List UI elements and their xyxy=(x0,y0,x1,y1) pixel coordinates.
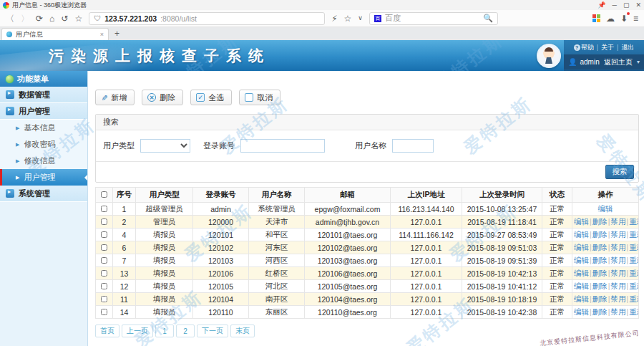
sidebar-item-3[interactable]: ▶修改密码 xyxy=(0,136,87,153)
page-button-4[interactable]: 下一页 xyxy=(197,325,228,337)
cell-name: 河北区 xyxy=(249,280,305,293)
op-link-1[interactable]: 删除 xyxy=(592,243,608,251)
submenu-arrow-icon: ▶ xyxy=(16,142,19,148)
sidebar-item-2[interactable]: ▶基本信息 xyxy=(0,120,87,136)
cell-num: 13 xyxy=(113,267,136,280)
op-link-0[interactable]: 编辑 xyxy=(574,256,589,264)
op-link-3[interactable]: 重新验证 xyxy=(629,243,638,251)
op-link-1[interactable]: 删除 xyxy=(592,294,608,303)
close-button[interactable]: ✕ xyxy=(635,1,641,9)
op-link-2[interactable]: 禁用 xyxy=(610,230,625,239)
about-link[interactable]: 关于 xyxy=(601,43,614,52)
op-link-0[interactable]: 编辑 xyxy=(574,269,589,277)
sidebar-title: 功能菜单 xyxy=(17,74,49,85)
baidu-placeholder: 百度 xyxy=(385,13,401,24)
op-link-3[interactable]: 重新验证 xyxy=(629,256,638,264)
op-link-3[interactable]: 重新验证 xyxy=(629,282,638,290)
op-link-0[interactable]: 编辑 xyxy=(574,282,589,290)
cloud-icon[interactable]: ☁ xyxy=(606,14,615,23)
tab-user-info[interactable]: 用户信息 × xyxy=(1,28,109,40)
op-link-0[interactable]: 编辑 xyxy=(574,230,589,239)
row-checkbox[interactable] xyxy=(101,244,107,251)
op-link-0[interactable]: 编辑 xyxy=(574,294,589,303)
op-link-2[interactable]: 禁用 xyxy=(610,243,625,251)
logout-link[interactable]: 退出 xyxy=(621,43,634,52)
sidebar-item-6[interactable]: 系统管理 xyxy=(0,186,87,202)
add-button[interactable]: ✎ 新增 xyxy=(95,90,135,105)
cell-account: 120110 xyxy=(193,306,249,319)
restore-icon[interactable]: ↺ xyxy=(61,14,68,23)
op-link-2[interactable]: 禁用 xyxy=(610,282,625,290)
download-icon[interactable]: ⬇ xyxy=(620,14,628,24)
row-checkbox[interactable] xyxy=(101,296,107,302)
bookmark-star-icon[interactable]: ☆ xyxy=(344,14,352,23)
back-icon[interactable]: 〈 xyxy=(6,14,14,23)
op-link-2[interactable]: 禁用 xyxy=(610,256,625,264)
row-checkbox[interactable] xyxy=(101,206,107,212)
page-button-3[interactable]: 2 xyxy=(176,325,195,337)
op-link-0[interactable]: 编辑 xyxy=(574,217,589,226)
sidebar-item-0[interactable]: 数据管理 xyxy=(0,87,87,103)
row-checkbox[interactable] xyxy=(101,270,107,277)
op-link-3[interactable]: 重新验证 xyxy=(629,269,638,277)
row-checkbox[interactable] xyxy=(101,218,107,225)
apps-grid-icon[interactable] xyxy=(592,14,600,22)
search-magnifier-icon[interactable]: 🔍 xyxy=(483,14,493,23)
home-icon[interactable]: ⌂ xyxy=(49,14,54,23)
sidebar-item-5[interactable]: ▶用户管理 xyxy=(0,169,87,186)
page-button-0[interactable]: 首页 xyxy=(95,325,119,337)
select-all-checkbox[interactable] xyxy=(101,191,107,198)
op-link-1[interactable]: 删除 xyxy=(592,307,608,316)
maximize-button[interactable]: ▢ xyxy=(623,1,630,9)
sidebar-item-1[interactable]: 用户管理 xyxy=(0,103,87,120)
tab-close-icon[interactable]: × xyxy=(100,31,104,38)
op-link-3[interactable]: 重新验证 xyxy=(629,294,638,303)
menu-hamburger-icon[interactable]: ≡ xyxy=(633,14,638,23)
caret-down-icon[interactable]: ▾ xyxy=(637,59,640,65)
favorite-icon[interactable]: ☆ xyxy=(74,14,82,23)
row-checkbox[interactable] xyxy=(101,257,107,264)
page-button-1[interactable]: 上一页 xyxy=(122,325,153,337)
search-button[interactable]: 搜索 xyxy=(605,165,634,179)
help-link[interactable]: ?帮助 xyxy=(574,43,594,52)
op-link-0[interactable]: 编辑 xyxy=(598,204,613,213)
op-link-2[interactable]: 禁用 xyxy=(610,217,625,226)
sidebar-item-4[interactable]: ▶修改信息 xyxy=(0,153,87,169)
op-link-1[interactable]: 删除 xyxy=(592,217,608,226)
op-link-2[interactable]: 禁用 xyxy=(610,307,625,316)
select-all-button[interactable]: ✓ 全选 xyxy=(190,90,232,105)
speed-bolt-icon[interactable]: ⚡ xyxy=(331,14,337,23)
pin-icon[interactable]: 📌 xyxy=(597,1,605,9)
baidu-search-box[interactable]: 百 百度 🔍 xyxy=(369,12,498,25)
url-bar[interactable]: 🛡 123.57.221.203:8080/u/list xyxy=(89,12,325,25)
op-link-0[interactable]: 编辑 xyxy=(574,243,589,251)
op-link-2[interactable]: 禁用 xyxy=(610,294,625,303)
table-row: 6填报员120102河东区120102@taes.org127.0.0.1201… xyxy=(96,241,639,254)
op-link-2[interactable]: 禁用 xyxy=(610,269,625,277)
op-link-3[interactable]: 重新验证 xyxy=(629,230,638,239)
op-link-1[interactable]: 删除 xyxy=(592,256,608,264)
row-checkbox[interactable] xyxy=(101,309,107,315)
row-checkbox[interactable] xyxy=(101,283,107,289)
op-link-0[interactable]: 编辑 xyxy=(574,307,589,316)
page-button-2[interactable]: 1 xyxy=(155,325,174,337)
account-input[interactable] xyxy=(240,139,325,153)
chevron-down-icon[interactable]: ∨ xyxy=(358,15,363,21)
op-link-3[interactable]: 重新验证 xyxy=(629,217,638,226)
delete-button[interactable]: ✕ 删除 xyxy=(142,90,183,105)
minimize-button[interactable]: ─ xyxy=(613,1,617,9)
new-tab-button[interactable]: + xyxy=(114,29,119,40)
refresh-icon[interactable]: ⟳ xyxy=(36,14,43,23)
user-type-select[interactable] xyxy=(140,139,190,153)
op-link-1[interactable]: 删除 xyxy=(592,269,608,277)
return-home-link[interactable]: 返回主页 xyxy=(604,57,633,67)
op-link-3[interactable]: 重新验证 xyxy=(629,307,638,316)
cell-time: 2015-08-19 09:51:39 xyxy=(462,254,542,267)
row-checkbox[interactable] xyxy=(101,231,107,238)
op-link-1[interactable]: 删除 xyxy=(592,282,608,290)
forward-icon[interactable]: 〉 xyxy=(21,14,29,23)
op-link-1[interactable]: 删除 xyxy=(592,230,608,239)
page-button-5[interactable]: 末页 xyxy=(230,325,255,337)
name-input[interactable] xyxy=(392,139,434,153)
cancel-select-button[interactable]: 取消 xyxy=(239,90,280,105)
